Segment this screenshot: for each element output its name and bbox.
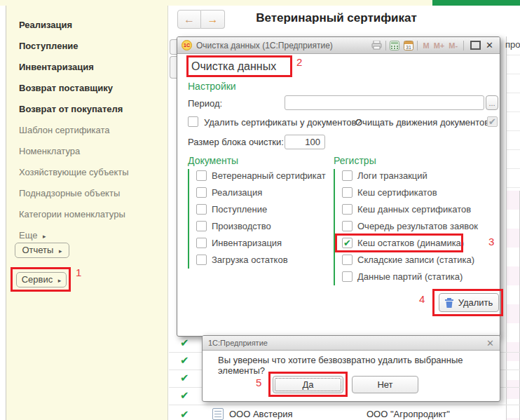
checkbox[interactable] [342, 221, 353, 231]
checkbox-label: Кеш данных сертификатов [357, 204, 471, 215]
sidebar-item-vozvrat-postavshiku[interactable]: Возврат поставщику [19, 78, 163, 99]
no-label: Нет [377, 379, 392, 390]
checkbox[interactable] [196, 221, 207, 231]
checkbox-label: Реализация [212, 187, 262, 198]
trash-icon [445, 298, 453, 308]
checkbox-label: Данные партий (статика) [357, 271, 463, 282]
checkbox[interactable] [342, 255, 353, 265]
close-icon[interactable]: ✕ [486, 338, 494, 348]
block-size-label: Размер блока очистки: [188, 137, 284, 147]
checkbox-label: Кеш остатков (динамика) [357, 238, 464, 248]
dialog-titlebar[interactable]: 1С Очистка данных (1С:Предприятие) 31 M … [177, 37, 500, 54]
annotation-number-4: 4 [419, 293, 425, 305]
registers-section-label: Регистры [334, 155, 376, 166]
check-icon: ✔ [343, 238, 351, 248]
svg-text:31: 31 [406, 45, 411, 50]
chevron-right-icon: ▸ [58, 277, 62, 284]
confirm-titlebar[interactable]: 1С:Предприятие ✕ [203, 336, 500, 351]
checkbox[interactable] [342, 204, 353, 215]
checkbox[interactable] [196, 187, 207, 198]
sidebar-item-kategorii-nomenklatury[interactable]: Категории номенклатуры [19, 204, 163, 225]
calculator-icon[interactable] [390, 41, 399, 50]
background-table-strip [506, 36, 520, 191]
yes-button[interactable]: Да [273, 376, 343, 393]
service-label: Сервис [22, 274, 53, 285]
sidebar-item-realizaciya[interactable]: Реализация [19, 15, 163, 36]
period-input[interactable] [285, 95, 484, 110]
memory-plus-button[interactable]: M+ [434, 41, 445, 50]
registers-group-bar [334, 169, 335, 285]
dialog-title: Очистка данных (1С:Предприятие) [196, 41, 371, 50]
checkbox-label: Производство [212, 221, 271, 231]
delete-label: Удалить [458, 297, 493, 308]
annotation-number-5: 5 [256, 377, 261, 388]
checkbox[interactable] [342, 170, 353, 181]
titlebar-icons: 31 M M+ M- ✕ [371, 40, 496, 50]
checkbox-label: Ветеренарный сертификат [212, 170, 326, 181]
sidebar-item-inventarizaciya[interactable]: Инвентаризация [19, 57, 163, 78]
check-icon: ✔ [180, 337, 189, 349]
checkbox[interactable] [196, 204, 207, 215]
organization-cell: ООО Австерия [229, 409, 292, 419]
sidebar-item-shablon-sertifikata[interactable]: Шаблон сертификата [19, 120, 163, 141]
checkbox[interactable] [196, 255, 207, 265]
organization-cell: ООО "Агропродикт" [367, 409, 450, 419]
confirm-message: Вы уверены что хотите безвозвратно удали… [218, 355, 500, 376]
delete-button[interactable]: Удалить [439, 293, 499, 312]
maximize-icon[interactable] [470, 41, 481, 50]
checkbox-label: Логи транзакций [357, 170, 427, 181]
sidebar-item-nomenklatura[interactable]: Номенклатура [19, 141, 163, 162]
memory-button[interactable]: M [423, 41, 430, 50]
check-icon: ✔ [180, 389, 189, 402]
divider [463, 41, 464, 50]
checkbox-label: Загрузка остатков [212, 255, 288, 265]
background-text-fragment: про [505, 39, 520, 50]
document-icon [212, 408, 224, 420]
reports-button[interactable]: Отчеты ▸ [15, 243, 69, 258]
reports-label: Отчеты [22, 245, 53, 255]
check-icon: ✔ [180, 408, 189, 420]
documents-section-label: Документы [188, 155, 238, 166]
ellipsis-label: ... [488, 99, 495, 107]
sidebar-item-vozvrat-ot-pokupatelya[interactable]: Возврат от покупателя [19, 99, 163, 120]
checkbox-label: Очередь результатов заявок [357, 221, 478, 231]
sidebar: Реализация Поступление Инвентаризация Во… [6, 6, 168, 420]
checkbox[interactable] [342, 271, 353, 282]
check-icon: ✔ [180, 372, 189, 384]
period-ellipsis-button[interactable]: ... [486, 95, 498, 110]
confirm-title: 1С:Предприятие [208, 339, 484, 347]
block-size-input[interactable]: 100 [285, 135, 325, 149]
confirm-dialog: 1С:Предприятие ✕ Вы уверены что хотите б… [202, 335, 500, 402]
service-button[interactable]: Сервис ▸ [16, 272, 67, 287]
settings-section-label: Настройки [188, 81, 236, 92]
clear-movements-label: Очищать движения документов: [355, 117, 492, 128]
1c-logo-icon: 1С [182, 40, 192, 50]
row-divider [169, 405, 520, 405]
documents-group-bar [188, 169, 189, 269]
divider [417, 41, 418, 50]
checkbox[interactable]: ✔ [342, 238, 353, 248]
more-label: Еще [19, 230, 37, 241]
memory-minus-button[interactable]: M- [449, 41, 458, 50]
divider [385, 41, 386, 50]
checkbox[interactable] [342, 187, 353, 198]
no-button[interactable]: Нет [352, 376, 418, 393]
sidebar-item-hoz-subekty[interactable]: Хозяйствующие субъекты [19, 162, 163, 183]
delete-certs-checkbox[interactable] [188, 116, 198, 127]
printer-icon[interactable] [371, 41, 382, 50]
top-strip [0, 0, 432, 6]
annotation-number-2: 2 [296, 56, 302, 68]
checkbox-label: Инвентаризация [212, 238, 282, 248]
close-icon[interactable]: ✕ [486, 40, 493, 50]
calendar-icon[interactable]: 31 [404, 41, 413, 50]
sidebar-item-podnadzornye-obekty[interactable]: Поднадзорные объекты [19, 183, 163, 204]
dialog-heading: Очистка данных [191, 60, 276, 73]
sidebar-item-postuplenie[interactable]: Поступление [19, 36, 163, 57]
checkbox[interactable] [196, 170, 207, 181]
focus-outline [275, 378, 341, 391]
checkbox-label: Поступление [212, 204, 267, 215]
checkbox[interactable] [196, 238, 207, 248]
annotation-number-3: 3 [488, 236, 494, 248]
check-icon: ✔ [488, 117, 496, 126]
annotation-number-1: 1 [76, 266, 81, 278]
